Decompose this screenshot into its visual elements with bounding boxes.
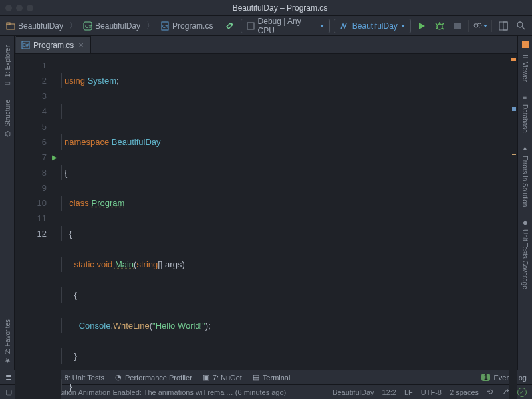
tool-windows-icon[interactable]: ▢	[5, 388, 12, 396]
debug-button[interactable]	[433, 19, 447, 33]
right-tool-strip: IL Viewer ≡ Database ▲ Errors In Solutio…	[517, 36, 532, 370]
run-config-selector[interactable]: Debug | Any CPU	[241, 19, 329, 33]
left-tool-strip: ▭ 1: Explorer ⌬ Structure ★ 2: Favorites	[0, 36, 15, 370]
csproj-icon: C#	[83, 21, 92, 31]
close-tab-icon[interactable]: ×	[78, 40, 84, 50]
breadcrumb-solution[interactable]: BeautifulDay	[4, 21, 65, 31]
stop-button[interactable]	[451, 19, 465, 33]
cs-file-icon: C#	[160, 21, 170, 31]
marker-strip[interactable]	[509, 54, 517, 399]
svg-point-13	[517, 22, 523, 27]
code-content[interactable]: using System; namespace BeautifulDay { c…	[61, 54, 509, 399]
star-icon: ★	[3, 356, 12, 366]
breadcrumb-sep: 〉	[146, 20, 154, 31]
structure-icon: ⌬	[3, 130, 12, 139]
project-icon: ▭	[3, 80, 12, 89]
window-controls	[5, 5, 33, 11]
chevron-down-icon	[320, 25, 324, 27]
folder-icon	[6, 21, 15, 31]
run-button[interactable]	[415, 19, 429, 33]
svg-text:C#: C#	[162, 24, 168, 29]
chevron-down-icon	[401, 25, 405, 27]
inspection-marker[interactable]	[512, 154, 516, 155]
structure-tool[interactable]: ⌬ Structure	[3, 96, 12, 143]
chevron-down-icon	[483, 25, 487, 27]
database-tool[interactable]: ≡ Database	[521, 88, 530, 137]
notification-icon[interactable]	[522, 41, 529, 48]
profile-tools-icon[interactable]	[473, 19, 487, 33]
toolbar: BeautifulDay 〉 C# BeautifulDay 〉 C# Prog…	[0, 16, 532, 36]
svg-rect-6	[247, 23, 254, 29]
breadcrumb-file[interactable]: C# Program.cs	[158, 21, 215, 31]
inspection-status-icon[interactable]: ✓	[517, 388, 527, 397]
tab-bar: C# Program.cs ×	[15, 36, 517, 54]
svg-rect-12	[503, 22, 507, 30]
inspection-marker[interactable]	[511, 58, 516, 61]
il-viewer-tool[interactable]: IL Viewer	[521, 51, 529, 86]
maximize-window-icon[interactable]	[27, 5, 33, 11]
inspection-marker[interactable]	[512, 107, 516, 111]
warning-icon: ▲	[521, 144, 530, 153]
list-icon: ≣	[5, 373, 11, 382]
svg-text:C#: C#	[85, 23, 92, 29]
favorites-tool[interactable]: ★ 2: Favorites	[3, 315, 12, 370]
svg-text:C#: C#	[23, 43, 29, 47]
window-title: BeautifulDay – Program.cs	[33, 3, 527, 13]
cs-file-icon: C#	[21, 41, 30, 49]
run-gutter-icon[interactable]: ▶	[52, 150, 57, 165]
errors-tool[interactable]: ▲ Errors In Solution	[521, 140, 530, 211]
database-icon: ≡	[521, 92, 530, 102]
config-icon	[247, 22, 254, 30]
dotnet-icon	[340, 21, 349, 31]
close-window-icon[interactable]	[5, 5, 12, 11]
minimize-window-icon[interactable]	[16, 5, 23, 11]
breadcrumb-project[interactable]: C# BeautifulDay	[81, 21, 142, 31]
svg-point-7	[437, 24, 442, 29]
gutter[interactable]: 1 2 3 4 5 6 7▶ 8 9 10 11 12	[15, 54, 61, 399]
coverage-tool[interactable]: ◆ Unit Tests Coverage	[521, 213, 530, 293]
shield-icon: ◆	[521, 217, 530, 227]
breadcrumb-sep: 〉	[69, 20, 77, 31]
layout-icon[interactable]	[496, 19, 510, 33]
file-tab[interactable]: C# Program.cs ×	[16, 36, 91, 53]
search-icon[interactable]	[514, 19, 528, 33]
editor-area: C# Program.cs × 1 2 3 4 5 6 7▶ 8 9 10 11…	[15, 36, 517, 370]
project-selector[interactable]: BeautifulDay	[334, 19, 411, 33]
explorer-tool[interactable]: ▭ 1: Explorer	[3, 41, 12, 93]
build-hammer-icon[interactable]	[223, 19, 237, 33]
svg-rect-8	[454, 23, 461, 29]
code-editor[interactable]: 1 2 3 4 5 6 7▶ 8 9 10 11 12 using System…	[15, 54, 517, 399]
titlebar: BeautifulDay – Program.cs	[0, 0, 532, 16]
